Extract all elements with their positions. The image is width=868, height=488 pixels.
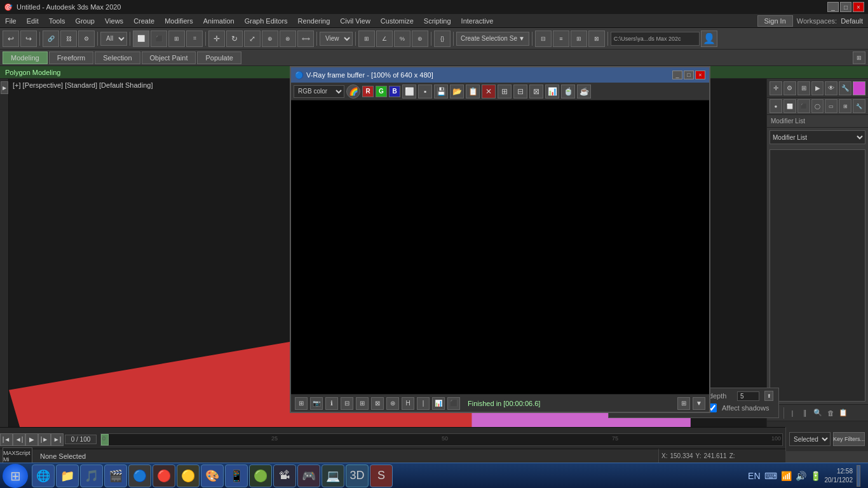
vray-copy-btn[interactable]: 📋 bbox=[466, 85, 480, 98]
undo-button[interactable]: ↩ bbox=[3, 30, 19, 47]
vray-extra-btn[interactable]: ☕ bbox=[577, 85, 591, 98]
vray-titlebar[interactable]: 🔵 V-Ray frame buffer - [100% of 640 x 48… bbox=[291, 67, 709, 83]
plane-btn[interactable]: ▭ bbox=[825, 99, 837, 113]
menu-interactive[interactable]: Interactive bbox=[456, 16, 499, 26]
max-depth-input[interactable] bbox=[737, 391, 759, 401]
wrench-btn[interactable]: 🔧 bbox=[853, 99, 865, 113]
box-btn[interactable]: ⬜ bbox=[783, 99, 796, 113]
app2-btn[interactable]: 🟡 bbox=[177, 464, 200, 487]
green-channel-btn[interactable]: G bbox=[376, 86, 387, 97]
vray-lut-btn[interactable]: 📊 bbox=[545, 85, 559, 98]
snap-toggle[interactable]: ⊞ bbox=[358, 30, 375, 47]
select-button[interactable]: ⬜ bbox=[133, 30, 149, 47]
mirror-button[interactable]: ⟺ bbox=[297, 30, 314, 47]
utilities-btn[interactable]: 🔧 bbox=[839, 81, 851, 95]
menu-create[interactable]: Create bbox=[128, 16, 159, 26]
redo-button[interactable]: ↪ bbox=[20, 30, 37, 47]
layer-btn[interactable]: ≡ bbox=[553, 30, 569, 47]
sphere-btn[interactable]: ● bbox=[770, 99, 782, 113]
freehand-button[interactable]: ⌗ bbox=[186, 30, 203, 47]
menu-views[interactable]: Views bbox=[100, 16, 128, 26]
mod-icon4[interactable]: 🗑 bbox=[825, 407, 836, 419]
vray-more[interactable]: ▼ bbox=[693, 397, 705, 410]
pivot-button[interactable]: {} bbox=[434, 30, 451, 47]
blue-channel-btn[interactable]: B bbox=[389, 86, 400, 97]
tab-selection[interactable]: Selection bbox=[95, 51, 140, 64]
vray-stat5[interactable]: ⊞ bbox=[356, 397, 369, 410]
unlink-button[interactable]: ⛓ bbox=[60, 30, 77, 47]
scale-button[interactable]: ⤢ bbox=[244, 30, 261, 47]
obj-btn[interactable]: ⊠ bbox=[588, 30, 605, 47]
create-selection-button[interactable]: Create Selection Se ▼ bbox=[456, 32, 529, 46]
vray-zoom-btn[interactable]: ⊟ bbox=[513, 85, 527, 98]
hierarchy-btn[interactable]: ⊞ bbox=[797, 81, 810, 95]
menu-civil-view[interactable]: Civil View bbox=[335, 16, 375, 26]
app5-btn[interactable]: 🎮 bbox=[297, 464, 320, 487]
color-swatch[interactable] bbox=[853, 81, 865, 95]
ie-btn[interactable]: 🌐 bbox=[32, 464, 55, 487]
app4-btn[interactable]: 📽 bbox=[273, 464, 296, 487]
menu-graph-editors[interactable]: Graph Editors bbox=[240, 16, 293, 26]
menu-tools[interactable]: Tools bbox=[44, 16, 71, 26]
spinner-snap[interactable]: ⊛ bbox=[412, 30, 428, 47]
next-key-btn[interactable]: |► bbox=[38, 433, 51, 446]
frame-counter[interactable]: 0 / 100 bbox=[65, 435, 97, 444]
column-icon[interactable]: | bbox=[787, 407, 798, 419]
vray-close[interactable]: × bbox=[695, 71, 705, 79]
start-button[interactable]: ⊞ bbox=[3, 464, 28, 488]
rotate-button[interactable]: ↻ bbox=[226, 30, 243, 47]
whatsapp-btn[interactable]: 📱 bbox=[225, 464, 248, 487]
menu-rendering[interactable]: Rendering bbox=[293, 16, 336, 26]
vray-stat10[interactable]: 📊 bbox=[432, 397, 445, 410]
motion-btn[interactable]: ▶ bbox=[811, 81, 824, 95]
vray-stat1[interactable]: ⊞ bbox=[295, 397, 308, 410]
vray-color-wheel[interactable]: 🌈 bbox=[346, 85, 360, 98]
menu-scripting[interactable]: Scripting bbox=[419, 16, 456, 26]
vray-stat6[interactable]: ⊠ bbox=[371, 397, 384, 410]
explorer-btn[interactable]: 📁 bbox=[56, 464, 79, 487]
tab-freeform[interactable]: Freeform bbox=[49, 51, 94, 64]
tab-modeling[interactable]: Modeling bbox=[3, 51, 48, 64]
tab-object-paint[interactable]: Object Paint bbox=[142, 51, 196, 64]
menu-edit[interactable]: Edit bbox=[22, 16, 44, 26]
close-button[interactable]: × bbox=[853, 2, 864, 12]
link-button[interactable]: 🔗 bbox=[43, 30, 59, 47]
select-filter-dropdown[interactable]: All bbox=[100, 32, 127, 46]
menu-file[interactable]: File bbox=[0, 16, 22, 26]
app1-btn[interactable]: 🔴 bbox=[153, 464, 175, 487]
menu-group[interactable]: Group bbox=[70, 16, 100, 26]
max-depth-spin[interactable]: ⬆ bbox=[764, 391, 773, 401]
window-crossing-button[interactable]: ⊞ bbox=[168, 30, 185, 47]
vray-stat11[interactable]: ⬛ bbox=[447, 397, 460, 410]
minimize-button[interactable]: _ bbox=[827, 2, 839, 12]
vray-tea-btn[interactable]: 🍵 bbox=[561, 85, 575, 98]
app7-btn[interactable]: S bbox=[370, 464, 393, 487]
selected-dropdown[interactable]: Selected bbox=[789, 432, 831, 446]
show-desktop-btn[interactable] bbox=[857, 465, 860, 487]
timeline-track[interactable]: 0 25 50 75 100 bbox=[100, 433, 783, 446]
video-btn[interactable]: 🎬 bbox=[104, 464, 127, 487]
menu-customize[interactable]: Customize bbox=[376, 16, 419, 26]
key-filters-btn[interactable]: Key Filters... bbox=[833, 432, 865, 446]
named-sel-btn[interactable]: ⊟ bbox=[535, 30, 552, 47]
go-start-btn[interactable]: |◄ bbox=[0, 433, 13, 446]
vray-compare-btn[interactable]: ⊠ bbox=[529, 85, 543, 98]
move-button[interactable]: ✛ bbox=[208, 30, 225, 47]
percent-snap[interactable]: % bbox=[394, 30, 410, 47]
cyl-btn[interactable]: ⬛ bbox=[797, 99, 810, 113]
vray-window[interactable]: 🔵 V-Ray frame buffer - [100% of 640 x 48… bbox=[290, 66, 710, 413]
sign-in-button[interactable]: Sign In bbox=[757, 15, 793, 27]
angle-snap[interactable]: ∠ bbox=[376, 30, 393, 47]
select-region-button[interactable]: ⬛ bbox=[151, 30, 167, 47]
vray-region-btn[interactable]: ⊞ bbox=[498, 85, 512, 98]
app6-btn[interactable]: 💻 bbox=[322, 464, 344, 487]
modifier-dropdown[interactable]: Modifier List bbox=[770, 130, 865, 144]
menu-animation[interactable]: Animation bbox=[198, 16, 240, 26]
mod-icon3[interactable]: 🔍 bbox=[812, 407, 824, 419]
vray-stat8[interactable]: H bbox=[402, 397, 414, 410]
torus-btn[interactable]: ◯ bbox=[811, 99, 824, 113]
play-btn[interactable]: ▶ bbox=[1, 81, 8, 94]
app3-btn[interactable]: 🟢 bbox=[249, 464, 272, 487]
vray-expand[interactable]: ⊞ bbox=[677, 397, 690, 410]
scene-btn[interactable]: ⊞ bbox=[571, 30, 587, 47]
